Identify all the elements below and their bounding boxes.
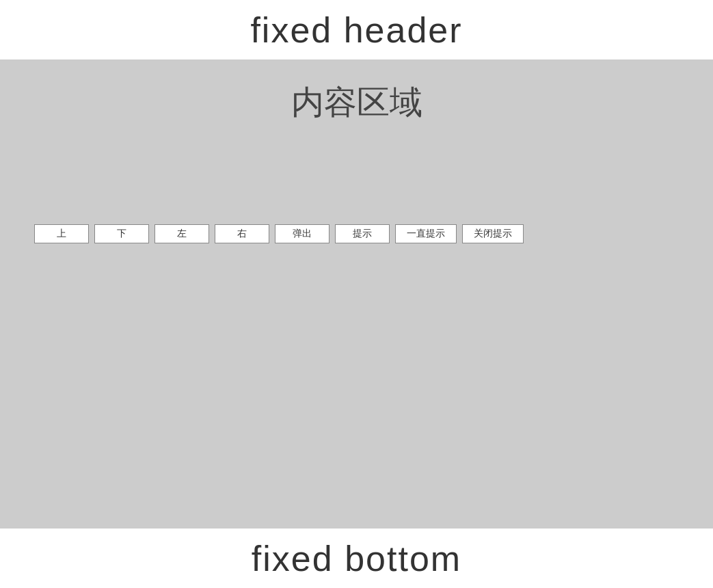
scroll-down-button[interactable]: 下	[94, 224, 149, 243]
always-tooltip-button[interactable]: 一直提示	[395, 224, 457, 243]
scroll-right-button[interactable]: 右	[215, 224, 269, 243]
content-title: 内容区域	[291, 81, 422, 124]
content-area: 内容区域 上下左右弹出提示一直提示关闭提示	[0, 60, 713, 528]
scroll-up-button[interactable]: 上	[34, 224, 89, 243]
header-title: fixed header	[250, 10, 462, 51]
popup-button[interactable]: 弹出	[275, 224, 329, 243]
tooltip-button[interactable]: 提示	[335, 224, 390, 243]
close-tooltip-button[interactable]: 关闭提示	[462, 224, 524, 243]
fixed-header: fixed header	[0, 0, 713, 60]
scroll-left-button[interactable]: 左	[154, 224, 209, 243]
fixed-footer: fixed bottom	[0, 528, 713, 588]
footer-title: fixed bottom	[252, 538, 461, 579]
button-row: 上下左右弹出提示一直提示关闭提示	[34, 224, 524, 243]
